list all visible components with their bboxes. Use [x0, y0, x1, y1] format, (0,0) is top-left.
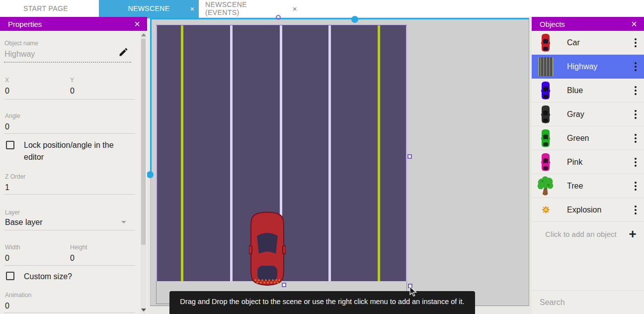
angle-value[interactable]: 0 — [5, 122, 9, 131]
layer-select[interactable]: Base layer — [5, 218, 43, 227]
mouse-cursor — [409, 286, 417, 297]
object-label: Pink — [560, 158, 627, 167]
scene-canvas[interactable] — [150, 18, 529, 306]
tab-start-page[interactable]: START PAGE — [12, 0, 80, 17]
objects-header: Objects × — [532, 17, 644, 31]
selection-top-edge — [151, 18, 529, 19]
object-row-tree[interactable]: Tree — [532, 174, 644, 198]
lock-position-checkbox[interactable] — [6, 141, 14, 149]
selection-handle-left[interactable] — [147, 171, 154, 178]
animation-value[interactable]: 0 — [5, 302, 9, 311]
object-row-explosion[interactable]: Explosion — [532, 198, 644, 222]
kebab-menu-icon[interactable] — [627, 110, 644, 119]
field-underline — [4, 313, 135, 313]
edit-pencil-icon[interactable] — [118, 47, 129, 57]
z-order-value[interactable]: 1 — [5, 183, 9, 192]
object-row-blue[interactable]: Blue — [532, 79, 644, 103]
object-name-label: Object name — [4, 40, 38, 47]
tab-newscene-events[interactable]: NEWSCENE (EVENTS) × — [199, 0, 301, 17]
tab-label: NEWSCENE (EVENTS) — [205, 0, 282, 16]
selection-left-edge — [150, 18, 152, 175]
animation-label: Animation — [5, 292, 31, 299]
field-underline — [4, 230, 135, 230]
chevron-down-icon[interactable] — [121, 221, 126, 223]
plus-icon[interactable]: + — [621, 227, 644, 240]
object-row-gray[interactable]: Gray — [532, 103, 644, 126]
properties-panel: Properties × Object name Highway X Y 0 0… — [0, 17, 147, 314]
angle-label: Angle — [5, 112, 20, 119]
highway-icon — [538, 57, 554, 76]
scroll-down-icon[interactable] — [141, 309, 146, 312]
close-tab-icon[interactable]: × — [289, 4, 301, 13]
custom-size-label: Custom size? — [24, 271, 133, 283]
scrollbar-thumb[interactable] — [141, 39, 146, 245]
kebab-menu-icon[interactable] — [627, 158, 644, 167]
object-label: Gray — [560, 110, 627, 119]
resize-handle-right[interactable] — [407, 154, 412, 159]
kebab-menu-icon[interactable] — [627, 38, 644, 47]
scroll-up-icon[interactable] — [141, 33, 146, 36]
close-icon[interactable]: × — [132, 19, 143, 29]
object-row-car[interactable]: Car — [532, 31, 644, 55]
car-icon — [541, 152, 550, 172]
road-yellow-line — [181, 25, 183, 281]
object-row-highway[interactable]: Highway — [532, 55, 644, 79]
object-label: Highway — [560, 62, 627, 71]
snackbar-hint: Drag and Drop the object to the scene or… — [169, 291, 475, 314]
x-value[interactable]: 0 — [5, 87, 9, 96]
object-label: Tree — [560, 182, 627, 191]
field-underline — [4, 133, 135, 134]
field-underline — [4, 265, 135, 266]
road-edge-line — [406, 25, 407, 281]
car-icon — [541, 105, 550, 124]
object-label: Green — [560, 134, 627, 143]
selection-handle-top[interactable] — [351, 16, 358, 23]
tab-label: NEWSCENE — [99, 4, 186, 12]
width-value[interactable]: 0 — [5, 254, 9, 263]
explosion-icon — [542, 206, 550, 214]
search-input[interactable] — [540, 298, 643, 307]
car-icon — [541, 33, 550, 53]
field-underline — [4, 194, 135, 195]
field-underline — [4, 99, 135, 100]
custom-size-checkbox[interactable] — [6, 272, 14, 280]
y-value[interactable]: 0 — [70, 87, 75, 96]
panel-title: Objects — [540, 20, 565, 28]
object-label: Car — [560, 38, 627, 47]
kebab-menu-icon[interactable] — [627, 134, 644, 143]
y-label: Y — [70, 77, 74, 84]
kebab-menu-icon[interactable] — [627, 206, 644, 214]
object-label: Blue — [560, 86, 627, 95]
properties-scrollbar[interactable] — [141, 31, 146, 314]
close-tab-icon[interactable]: × — [186, 4, 199, 13]
kebab-menu-icon[interactable] — [627, 86, 644, 95]
objects-list: Car Highway Blue — [532, 31, 644, 246]
object-row-pink[interactable]: Pink — [532, 150, 644, 174]
panel-title: Properties — [8, 20, 42, 28]
height-value[interactable]: 0 — [70, 254, 75, 263]
road-yellow-line — [378, 25, 380, 281]
close-icon[interactable]: × — [629, 19, 640, 29]
object-row-green[interactable]: Green — [532, 126, 644, 150]
object-search — [532, 290, 644, 314]
object-name-value: Highway — [4, 50, 35, 59]
object-name-underline — [4, 62, 131, 63]
rotate-handle-icon[interactable] — [276, 15, 281, 20]
car-instance[interactable] — [249, 211, 286, 287]
car-icon — [541, 81, 550, 101]
width-label: Width — [5, 244, 20, 251]
add-object-button[interactable]: Click to add an object + — [532, 222, 644, 246]
road-lane-line — [328, 25, 331, 281]
add-object-label: Click to add an object — [532, 230, 621, 238]
car-icon — [541, 128, 550, 148]
layer-label: Layer — [5, 209, 20, 216]
kebab-menu-icon[interactable] — [627, 182, 644, 191]
z-order-label: Z Order — [5, 173, 25, 180]
properties-header: Properties × — [0, 17, 147, 31]
resize-handle-bottom[interactable] — [282, 283, 286, 287]
objects-panel: Objects × Car Highway — [532, 17, 644, 314]
kebab-menu-icon[interactable] — [627, 62, 644, 71]
tree-icon — [537, 176, 555, 196]
window-border — [156, 281, 157, 304]
lock-position-label: Lock position/angle in the editor — [24, 139, 133, 163]
